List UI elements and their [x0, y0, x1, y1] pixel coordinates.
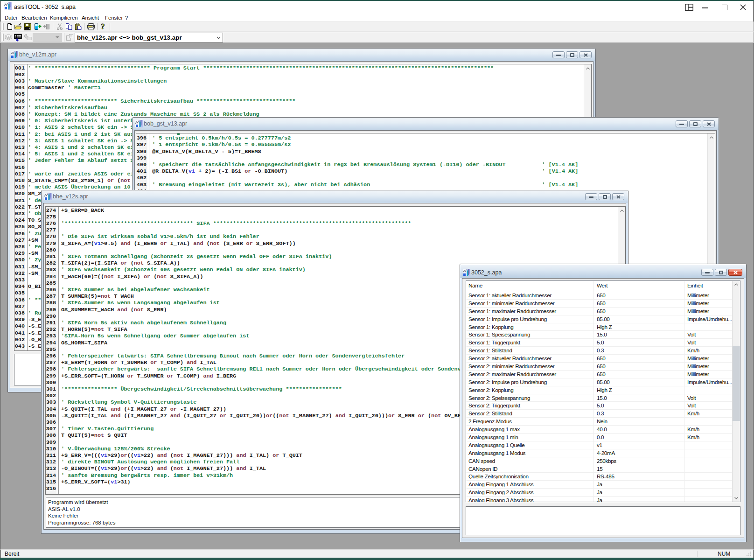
svg-text:?: ?: [101, 22, 105, 30]
